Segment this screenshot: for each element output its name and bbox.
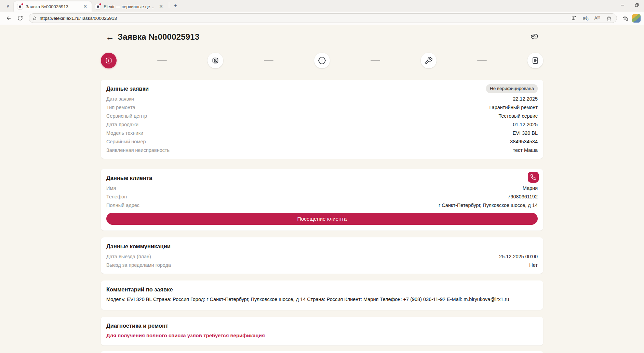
step-repair[interactable] <box>421 53 437 68</box>
refresh-icon[interactable] <box>15 13 25 23</box>
phone-icon <box>530 174 536 180</box>
elexir-favicon-icon: e <box>95 4 101 10</box>
url-text: https://elexir.lex1.ru/Tasks/000025913 <box>40 16 567 21</box>
step-verification[interactable] <box>314 53 330 68</box>
verification-step-icon <box>318 56 326 65</box>
step-connector <box>371 60 380 61</box>
field-value: 79080361192 <box>508 193 538 201</box>
translate-icon[interactable]: aあ <box>581 14 590 22</box>
restore-button[interactable] <box>630 0 644 10</box>
tab-title: Заявка №000025913 <box>26 4 79 9</box>
new-tab-button[interactable]: + <box>171 1 180 10</box>
communication-data-card: Данные коммуникации Дата выезда (план) 2… <box>101 237 543 274</box>
tab-divider <box>169 2 169 8</box>
chevron-down-icon: ∨ <box>6 3 10 9</box>
browser-window: ∨ e Заявка №000025913 ✕ e Elexir — серви… <box>0 0 644 25</box>
field-label: Телефон <box>106 193 127 201</box>
field-label: Модель техники <box>106 129 143 138</box>
field-label: Сервисный центр <box>106 112 147 120</box>
client-visit-button[interactable]: Посещение клиента <box>106 213 538 225</box>
call-client-button[interactable] <box>528 172 539 183</box>
field-label: Серийный номер <box>106 138 146 146</box>
comment-card: Комментарий по заявке Модель: EVI 320 BL… <box>101 280 543 310</box>
window-controls <box>615 0 644 10</box>
client-data-card: Данные клиента Имя Мария Телефон 7908036… <box>101 169 543 231</box>
step-connector <box>477 60 487 61</box>
field-row: Дата выезда (план) 25.12.2025 00:00 <box>106 252 538 261</box>
tab-elexir-home[interactable]: e Elexir — сервисные центры LEX ✕ <box>92 1 167 12</box>
field-row: Заявленная неисправность тест Маша <box>106 146 538 155</box>
field-row: Полный адрес г Санкт-Петербург, Пулковск… <box>106 201 538 210</box>
favorites-bar-icon[interactable] <box>620 13 631 23</box>
field-row: Сервисный центр Тестовый сервис <box>106 112 538 120</box>
field-row: Дата продажи 01.12.2025 <box>106 120 538 129</box>
step-report[interactable] <box>527 53 543 68</box>
tab-strip: ∨ e Заявка №000025913 ✕ e Elexir — серви… <box>0 0 644 12</box>
field-value: EVI 320 BL <box>513 129 538 138</box>
next-card-sliver <box>101 351 543 353</box>
page-header: ← Заявка №000025913 <box>101 31 543 43</box>
card-title: Диагностика и ремонт <box>106 322 538 330</box>
step-request-info[interactable] <box>101 53 117 68</box>
step-client[interactable] <box>207 53 223 68</box>
contact-step-icon <box>211 56 219 65</box>
field-row: Тип ремонта Гарантийный ремонт <box>106 103 538 112</box>
field-value: Тестовый сервис <box>498 112 538 120</box>
tab-close-icon[interactable]: ✕ <box>158 3 164 10</box>
elexir-favicon-icon: e <box>17 4 23 10</box>
chat-bubbles-icon[interactable] <box>529 31 540 42</box>
field-row: Выезд за пределами города Нет <box>106 261 538 270</box>
field-row: Телефон 79080361192 <box>106 193 538 201</box>
progress-stepper <box>101 53 543 68</box>
tab-close-icon[interactable]: ✕ <box>82 3 88 10</box>
report-step-icon <box>531 56 539 65</box>
favorite-star-icon[interactable] <box>604 14 613 22</box>
field-value: 22.12.2025 <box>513 95 538 103</box>
field-value: 25.12.2025 00:00 <box>499 252 538 261</box>
card-title: Данные клиента <box>106 174 538 182</box>
field-label: Дата выезда (план) <box>106 252 151 261</box>
profile-avatar[interactable] <box>632 14 641 23</box>
field-value: 01.12.2025 <box>513 120 538 129</box>
minimize-button[interactable] <box>615 0 630 10</box>
tab-title: Elexir — сервисные центры LEX <box>104 4 155 9</box>
page-title: Заявка №000025913 <box>118 32 199 42</box>
read-aloud-icon[interactable]: A))) <box>593 14 602 22</box>
request-data-card: Данные заявки Не верифицирована Дата зая… <box>101 80 543 159</box>
field-value: г Санкт-Петербург, Пулковское шоссе, д 1… <box>439 201 538 210</box>
split-screen-icon[interactable] <box>569 14 578 22</box>
field-value: тест Маша <box>513 146 538 155</box>
field-label: Заявленная неисправность <box>106 146 170 155</box>
field-label: Дата заявки <box>106 95 134 103</box>
field-value: 3849534534 <box>510 138 538 146</box>
step-connector <box>264 60 273 61</box>
field-row: Имя Мария <box>106 184 538 193</box>
tab-search-button[interactable]: ∨ <box>3 1 13 10</box>
card-title: Данные коммуникации <box>106 242 538 250</box>
address-bar[interactable]: https://elexir.lex1.ru/Tasks/000025913 a… <box>29 13 617 23</box>
step-connector <box>157 60 167 61</box>
repair-step-icon <box>425 56 433 65</box>
verification-warning: Для получения полного списка узлов требу… <box>106 332 538 341</box>
browser-toolbar: https://elexir.lex1.ru/Tasks/000025913 a… <box>0 12 644 25</box>
field-row: Дата заявки 22.12.2025 <box>106 95 538 103</box>
card-title: Данные заявки <box>106 84 538 93</box>
field-label: Выезд за пределами города <box>106 261 171 270</box>
field-value: Гарантийный ремонт <box>489 103 538 112</box>
tab-request[interactable]: e Заявка №000025913 ✕ <box>14 1 92 12</box>
status-badge: Не верифицирована <box>486 84 538 93</box>
field-label: Имя <box>106 184 116 193</box>
page-body: ← Заявка №000025913 <box>0 25 644 353</box>
field-value: Нет <box>529 261 538 270</box>
back-icon[interactable] <box>3 13 14 23</box>
field-label: Тип ремонта <box>106 103 135 112</box>
card-title: Комментарий по заявке <box>106 285 538 293</box>
comment-text: Модель: EVI 320 BL Страна: Россия Город:… <box>106 296 538 306</box>
back-arrow-button[interactable]: ← <box>106 33 114 41</box>
info-step-icon <box>105 56 113 65</box>
field-row: Модель техники EVI 320 BL <box>106 129 538 138</box>
field-row: Серийный номер 3849534534 <box>106 138 538 146</box>
field-label: Полный адрес <box>106 201 139 210</box>
field-label: Дата продажи <box>106 120 138 129</box>
field-value: Мария <box>523 184 538 193</box>
